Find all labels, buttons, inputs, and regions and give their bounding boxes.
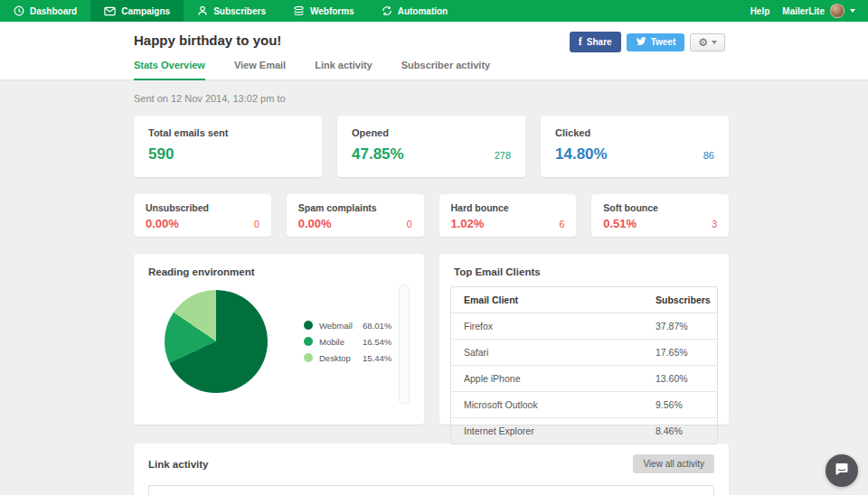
link-activity-panel: Link activity View all activity Top Link…: [134, 444, 729, 495]
stat-value: 14.80%: [555, 145, 608, 163]
top-email-clients-panel: Top Email Clients Email Client Subscribe…: [439, 254, 729, 425]
client-share: 9.56%: [656, 399, 717, 410]
nav-item-automation[interactable]: Automation: [368, 0, 462, 22]
stat-card-spam-complaints: Spam complaints 0.00% 0: [287, 194, 424, 237]
table-header-row: Email Client Subscribers: [451, 287, 717, 313]
nav-item-label: Dashboard: [30, 6, 77, 16]
stat-value: 47.85%: [352, 145, 404, 163]
chat-bubble-icon: [835, 462, 849, 480]
legend-dot: [304, 353, 313, 362]
chat-launcher-button[interactable]: [826, 454, 858, 487]
legend-dot: [304, 321, 313, 330]
legend-item-mobile: Mobile 16.54%: [304, 337, 392, 347]
client-share: 13.60%: [656, 373, 717, 384]
main-content: Sent on 12 Nov 2014, 13:02 pm to Total e…: [0, 80, 729, 495]
stat-label: Unsubscribed: [146, 202, 259, 213]
help-link[interactable]: Help: [750, 6, 770, 16]
email-clients-table: Email Client Subscribers Firefox 37.87% …: [450, 286, 718, 444]
pie-chart: [165, 290, 268, 393]
stat-card-soft-bounce: Soft bounce 0.51% 3: [591, 194, 729, 237]
account-menu[interactable]: MailerLite: [782, 4, 855, 18]
reading-environment-panel: Reading environment Webmail 68.01% Mobil…: [134, 254, 424, 425]
stat-label: Spam complaints: [298, 202, 412, 213]
avatar: [830, 4, 844, 18]
legend-label: Mobile: [319, 337, 363, 347]
primary-stats-row: Total emails sent 590 Opened 47.85% 278 …: [134, 116, 729, 177]
nav-item-label: Campaigns: [121, 6, 170, 16]
stat-value: 0.00%: [146, 217, 179, 230]
client-share: 37.87%: [656, 321, 717, 332]
client-name: Firefox: [464, 321, 656, 332]
stat-count: 0: [407, 219, 412, 229]
legend-value: 16.54%: [363, 337, 392, 347]
secondary-stats-row: Unsubscribed 0.00% 0 Spam complaints 0.0…: [134, 194, 729, 237]
column-header: Subscribers: [656, 294, 717, 305]
tab-link-activity[interactable]: Link activity: [315, 60, 373, 80]
nav-item-label: Automation: [398, 6, 448, 16]
table-header-row: Top Links Unique clicks Total clicks: [149, 486, 713, 495]
twitter-bird-icon: [636, 37, 646, 48]
person-icon: [197, 5, 208, 16]
pie-legend: Webmail 68.01% Mobile 16.54% Desktop 15.…: [304, 321, 392, 363]
stat-value: 0.51%: [603, 217, 637, 230]
client-name: Internet Explorer: [464, 425, 656, 436]
client-name: Apple iPhone: [464, 373, 656, 384]
legend-dot: [304, 337, 313, 346]
stat-card-unsubscribed: Unsubscribed 0.00% 0: [134, 194, 271, 237]
nav-item-webforms[interactable]: Webforms: [279, 0, 368, 22]
stat-label: Total emails sent: [148, 127, 307, 138]
layers-icon: [293, 5, 305, 16]
sync-icon: [382, 5, 392, 16]
nav-item-campaigns[interactable]: Campaigns: [90, 0, 184, 22]
table-row: Firefox 37.87%: [451, 313, 717, 340]
share-button-label: Share: [587, 37, 612, 47]
view-all-activity-button[interactable]: View all activity: [633, 454, 714, 473]
table-row: Internet Explorer 8.46%: [451, 418, 717, 444]
account-name: MailerLite: [782, 6, 825, 16]
nav-spacer: [461, 0, 750, 22]
envelope-icon: [104, 6, 116, 16]
clock-icon: [14, 5, 24, 16]
nav-right-group: Help MailerLite: [750, 0, 868, 22]
chevron-down-icon: [850, 9, 855, 13]
stat-card-hard-bounce: Hard bounce 1.02% 6: [439, 194, 577, 237]
page-header: Happy birthday to you! f Share Tweet ⚙ S…: [0, 22, 868, 80]
page-title: Happy birthday to you!: [134, 33, 868, 48]
stat-count: 3: [712, 219, 717, 229]
table-row: Apple iPhone 13.60%: [451, 366, 717, 392]
facebook-share-button[interactable]: f Share: [570, 32, 621, 52]
nav-item-dashboard[interactable]: Dashboard: [0, 0, 90, 22]
legend-value: 15.44%: [363, 353, 392, 363]
facebook-icon: f: [579, 35, 582, 49]
tab-subscriber-activity[interactable]: Subscriber activity: [401, 60, 490, 80]
stat-count: 278: [495, 150, 511, 161]
stat-card-total-sent: Total emails sent 590: [134, 116, 322, 177]
tab-stats-overview[interactable]: Stats Overview: [134, 60, 205, 80]
client-name: Safari: [464, 347, 656, 358]
panel-title: Link activity: [148, 459, 208, 470]
sent-timestamp: Sent on 12 Nov 2014, 13:02 pm to: [134, 93, 729, 104]
panel-scrollbar[interactable]: [399, 285, 410, 405]
client-name: Microsoft Outlook: [464, 399, 656, 410]
stat-count: 86: [703, 150, 714, 161]
twitter-tweet-button[interactable]: Tweet: [627, 33, 685, 51]
gear-icon: ⚙: [698, 37, 708, 48]
header-actions: f Share Tweet ⚙: [570, 32, 725, 52]
nav-item-subscribers[interactable]: Subscribers: [184, 0, 279, 22]
table-row: Microsoft Outlook 9.56%: [451, 392, 717, 418]
stat-label: Hard bounce: [451, 202, 565, 213]
legend-item-desktop: Desktop 15.44%: [304, 353, 392, 363]
top-navigation: Dashboard Campaigns Subscribers Webforms: [0, 0, 868, 22]
link-activity-header: Link activity View all activity: [148, 454, 714, 473]
stat-label: Clicked: [555, 127, 714, 138]
nav-item-label: Subscribers: [213, 6, 266, 16]
panel-title: Top Email Clients: [450, 266, 718, 277]
stat-value: 590: [148, 145, 174, 163]
tab-view-email[interactable]: View Email: [234, 60, 286, 80]
link-activity-table: Top Links Unique clicks Total clicks: [148, 485, 714, 495]
charts-row: Reading environment Webmail 68.01% Mobil…: [134, 254, 729, 425]
stat-value: 0.00%: [298, 217, 332, 230]
settings-dropdown-button[interactable]: ⚙: [690, 33, 725, 51]
client-share: 8.46%: [656, 425, 717, 436]
column-header: Email Client: [464, 294, 656, 305]
